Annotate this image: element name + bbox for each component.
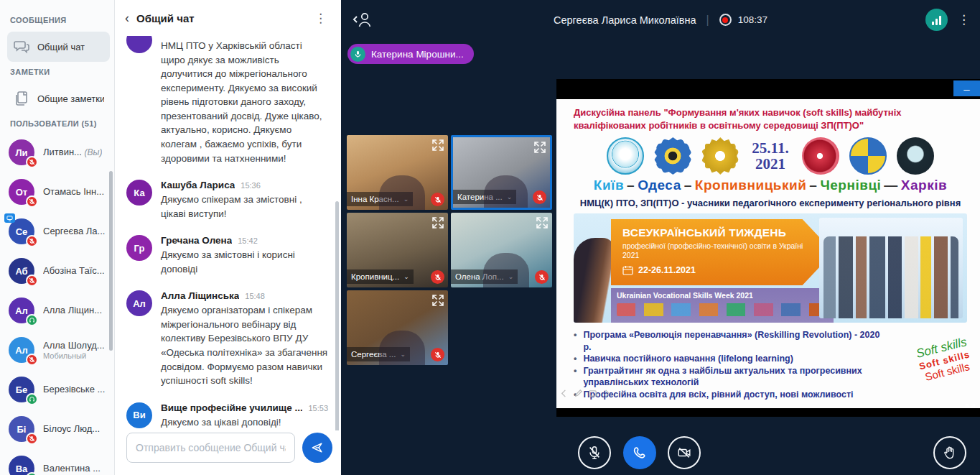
message-author: Гречана Олена [161,235,232,246]
sidebar-item-general-chat[interactable]: Общий чат [7,32,110,62]
logo-blue-yellow-icon [849,137,887,175]
recording-timer: 108:37 [738,14,767,25]
bullet-item: Професійна освіта для всіх, рівний досту… [583,389,853,401]
banner-week-en: Ukrainian Vocational Skills Week 2021 [617,291,828,300]
message-time: 15:48 [245,292,265,300]
chevron-down-icon: ⌄ [507,193,513,200]
screen-share-area: – Дискусійна панель "Формування м'яких н… [556,79,980,417]
message-input[interactable] [126,433,295,463]
participant-name-label[interactable]: Інна Красн...⌄ [347,192,413,206]
notes-section-title: ЗАМЕТКИ [10,68,107,76]
mic-off-badge [431,193,444,206]
message-text: НМЦ ПТО у Харківській області щиро дякує… [161,39,328,165]
participant-name-label[interactable]: Катерина ...⌄ [453,190,516,204]
kebab-menu-icon[interactable]: ⋮ [310,9,331,27]
user-list-item[interactable]: Ал Алла Ліщин... [7,293,110,328]
expand-icon[interactable] [533,140,547,155]
chat-scrollbar[interactable] [335,201,339,430]
active-speaker-name: Катерина Мірошни... [371,49,464,60]
chevron-down-icon: ⌄ [400,351,406,358]
user-list-item[interactable]: Бе Березівське ... [7,372,110,407]
message-time: 15:42 [238,236,258,245]
screen-icon [588,389,597,398]
back-icon[interactable]: ‹ [125,11,129,24]
record-icon [719,14,732,26]
chat-message-list[interactable]: НМЦ ПТО у Харківській області щиро дякує… [115,36,341,430]
participant-name-label[interactable]: Олена Лоп...⌄ [451,269,518,284]
send-button[interactable] [302,433,332,463]
fullscreen-share-icon[interactable] [964,402,976,408]
city-kharkiv: Харків [901,177,947,193]
video-tile[interactable]: Олена Лоп...⌄ [451,213,552,287]
slide-date: 25.11.2021 [749,140,791,172]
video-tile-active-speaker[interactable]: Катерина ...⌄ [451,135,552,210]
mic-off-badge [26,156,38,168]
message-text: Дякуємо спікерам за змістовні , цікаві в… [161,193,328,221]
stage-topbar: Сергеєва Лариса Миколаївна | 108:37 ⋮ [341,0,980,40]
raised-hand-icon [942,445,958,461]
users-scrollbar[interactable] [109,171,113,351]
logo-red-emblem-icon [802,137,839,175]
messages-section-title: СООБЩЕНИЯ [10,16,107,24]
user-list-item[interactable]: Аб Абозіна Таїс... [7,254,110,288]
message-text: Дякуємо за змістовні і корисні доповіді [161,248,328,276]
expand-icon[interactable] [431,138,445,152]
presentation-slide: Дискусійна панель "Формування м'яких нав… [556,99,980,408]
mic-off-badge [26,433,38,445]
app-window: СООБЩЕНИЯ Общий чат ЗАМЕТКИ Общие заметк… [0,0,980,475]
video-tile[interactable]: Кропивниц...⌄ [347,213,448,287]
active-speaker-pill[interactable]: Катерина Мірошни... [347,44,474,64]
user-name: Валентина ... [43,463,101,474]
user-name: Сергеєва Ла... [43,226,105,237]
mic-off-icon [587,445,602,461]
video-tile[interactable]: Інна Красн...⌄ [347,135,448,210]
camera-off-icon [676,445,692,461]
phone-icon [632,445,648,461]
bullet-item: Програма «Революція перенавчання» (Reski… [583,329,881,353]
user-list-item[interactable]: Се Сергеєва Ла... [7,214,110,249]
chat-message: Гр Гречана Олена15:42 Дякуємо за змістов… [126,235,328,276]
user-list-item[interactable]: Ал Алла Шолуд... Мобильный [7,333,110,367]
minimize-share-button[interactable]: – [953,80,980,96]
raise-hand-button[interactable] [933,436,966,469]
expand-icon[interactable] [431,293,445,308]
bullet-item: Навичка постійного навчання (lifelong le… [583,353,793,365]
calendar-icon [622,265,633,275]
microphone-toggle-button[interactable] [578,436,611,469]
expand-icon[interactable] [535,216,549,230]
video-tile[interactable]: Сергеєва ...⌄ [347,290,448,365]
user-list-item[interactable]: От Отамась Інн... [7,175,110,209]
sidebar-item-notes[interactable]: Общие заметки [7,83,110,114]
chat-panel: ‹ Общий чат ⋮ НМЦ ПТО у Харківській обла… [115,0,341,475]
camera-toggle-button[interactable] [668,436,701,469]
logo-academy-icon [607,137,644,175]
slide-annotation-toolbar[interactable] [559,389,612,398]
chevron-down-icon: ⌄ [508,273,514,280]
user-name: Алла Шолуд... [43,340,105,351]
mic-off-badge [26,195,38,208]
connection-quality-icon[interactable] [925,9,948,31]
mic-off-badge [26,235,38,247]
sidebar-item-label: Общий чат [37,42,85,52]
pen-icon [574,389,583,398]
audio-only-badge [26,393,38,405]
mic-off-badge [533,190,546,204]
kebab-menu-icon[interactable]: ⋮ [958,17,970,23]
sidebar-item-label: Общие заметки [37,93,104,104]
chat-message: Ка Кашуба Лариса15:36 Дякуємо спікерам з… [126,180,328,221]
end-call-button[interactable] [623,436,656,469]
user-list-item[interactable]: Ва Валентина ... [7,451,110,475]
chevron-down-icon: ⌄ [403,195,409,203]
participant-name-label[interactable]: Кропивниц...⌄ [347,269,414,284]
city-odesa: Одеса [638,177,681,193]
banner-group-photo [819,218,963,318]
expand-icon[interactable] [431,216,445,230]
user-list-item[interactable]: Ли Литвин... (Вы) [7,135,110,170]
logo-gear-graduation-icon [654,137,691,175]
slide-cities: Київ–Одеса–Кропивницький–Чернівці—Харків [574,177,967,193]
user-name: Абозіна Таїс... [43,265,105,277]
user-list-item[interactable]: Бі Білоус Люд... [7,412,110,446]
participant-name-label[interactable]: Сергеєва ...⌄ [347,347,410,361]
message-text: Дякуємо організаторам і спікерам міжрегі… [161,303,328,387]
avatar: Гр [126,235,152,261]
